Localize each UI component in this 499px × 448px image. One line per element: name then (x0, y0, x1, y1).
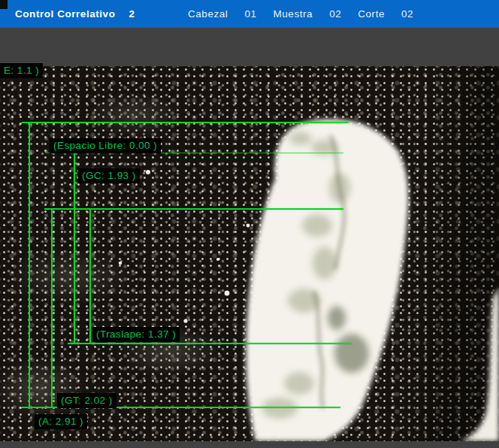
app-title-number: 2 (129, 8, 135, 20)
app-title-text: Control Correlativo (15, 8, 115, 20)
white-specimen-shape (246, 120, 408, 441)
header-field-label-cabezal: Cabezal (188, 8, 228, 20)
header-field-label-corte: Corte (358, 8, 385, 20)
header-field-value-corte: 02 (401, 8, 413, 20)
corner-square (0, 0, 8, 9)
right-edge-white-band (460, 288, 499, 441)
specimen-graphics (0, 66, 499, 441)
header-field-value-muestra: 02 (329, 8, 341, 20)
app-title: Control Correlativo 2 (15, 0, 135, 28)
toolbar-strip (0, 28, 499, 66)
header-fields: Cabezal01Muestra02Corte02 (188, 0, 413, 28)
header-field-value-cabezal: 01 (244, 8, 256, 20)
header-field-label-muestra: Muestra (274, 8, 313, 20)
bright-specks (119, 170, 250, 323)
title-bar: Control Correlativo 2 Cabezal01Muestra02… (0, 0, 499, 28)
bottom-strip (0, 441, 499, 448)
specimen-photo-canvas[interactable] (0, 66, 499, 441)
